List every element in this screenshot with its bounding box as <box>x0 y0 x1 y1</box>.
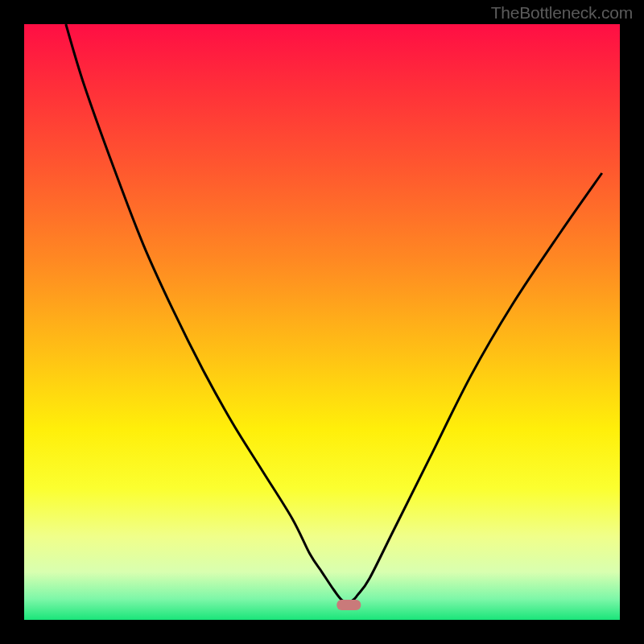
frame-bottom <box>0 620 644 644</box>
bottleneck-chart: TheBottleneck.com <box>0 0 644 644</box>
chart-svg <box>0 0 644 644</box>
frame-left <box>0 0 24 644</box>
watermark-text: TheBottleneck.com <box>491 3 633 23</box>
plot-background <box>24 24 620 620</box>
notch-marker <box>336 600 361 610</box>
frame-right <box>620 0 644 644</box>
